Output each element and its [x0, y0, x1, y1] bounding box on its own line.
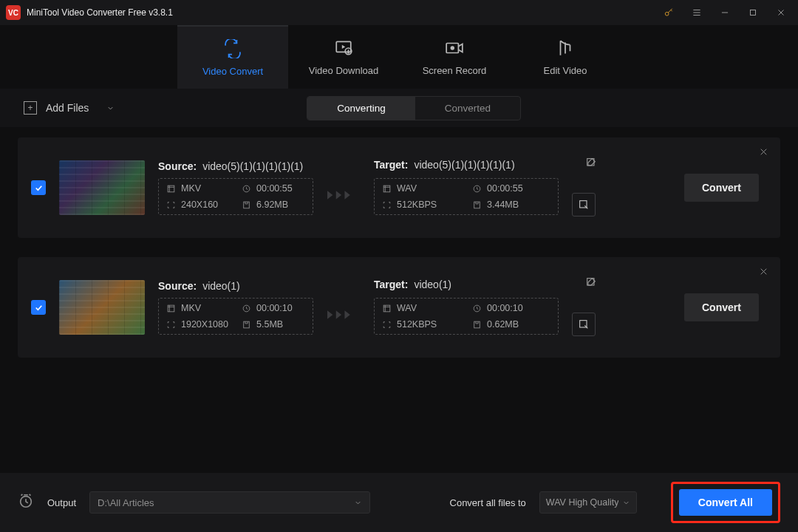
- remove-job-button[interactable]: [759, 146, 768, 160]
- source-size: 5.5MB: [256, 319, 283, 330]
- source-resolution: 1920X1080: [181, 319, 228, 330]
- tab-label: Video Download: [309, 65, 378, 76]
- target-meta-box: WAV 00:00:55 512KBPS 3.44MB: [374, 178, 559, 215]
- target-settings-button[interactable]: [572, 313, 596, 336]
- highlight-annotation: Convert All: [671, 482, 780, 523]
- format-icon: [382, 304, 392, 313]
- tab-label: Video Convert: [202, 66, 263, 77]
- target-label: Target:: [374, 279, 408, 290]
- convert-all-button[interactable]: Convert All: [679, 489, 772, 516]
- tab-label: Edit Video: [543, 65, 587, 76]
- svg-marker-21: [327, 310, 332, 319]
- target-label: Target:: [374, 159, 408, 171]
- filesize-icon: [242, 320, 251, 330]
- convert-button[interactable]: Convert: [684, 174, 759, 202]
- svg-point-6: [451, 46, 454, 50]
- resolution-icon: [166, 200, 176, 210]
- chevron-down-icon: [106, 104, 115, 112]
- svg-rect-18: [168, 305, 174, 312]
- tab-screen-record[interactable]: Screen Record: [399, 25, 510, 89]
- edit-target-icon[interactable]: [585, 276, 597, 288]
- footer-bar: Output D:\All Articles Convert all files…: [0, 473, 798, 532]
- secondary-toolbar: + Add Files Converting Converted: [0, 89, 798, 127]
- convert-button[interactable]: Convert: [684, 293, 759, 321]
- add-files-button[interactable]: + Add Files: [24, 101, 115, 115]
- chevron-down-icon: [622, 499, 630, 507]
- record-icon: [445, 38, 464, 58]
- target-size: 0.62MB: [487, 319, 519, 330]
- output-path-dropdown[interactable]: D:\All Articles: [89, 491, 370, 514]
- convert-icon: [223, 39, 242, 58]
- target-format: WAV: [397, 183, 417, 194]
- format-icon: [382, 184, 392, 194]
- format-icon: [166, 304, 176, 313]
- svg-marker-10: [327, 191, 332, 200]
- plus-icon: +: [24, 101, 37, 115]
- svg-marker-12: [344, 191, 349, 200]
- svg-rect-7: [168, 185, 174, 192]
- job-checkbox[interactable]: [31, 180, 46, 195]
- target-duration: 00:00:55: [487, 183, 523, 194]
- download-icon: [334, 38, 353, 58]
- tab-edit-video[interactable]: Edit Video: [510, 25, 621, 89]
- preset-value: WAV High Quality: [546, 497, 619, 508]
- main-nav-tabs: Video Convert Video Download Screen Reco…: [0, 25, 798, 89]
- resolution-icon: [166, 320, 176, 330]
- source-filename: video(1): [202, 280, 240, 292]
- svg-marker-3: [342, 44, 345, 48]
- clock-icon: [472, 184, 482, 194]
- close-button[interactable]: [767, 0, 795, 25]
- clock-icon: [472, 304, 482, 313]
- convert-all-label: Convert all files to: [450, 497, 526, 508]
- edit-video-icon: [556, 38, 575, 58]
- tab-converting[interactable]: Converting: [307, 97, 415, 120]
- svg-marker-23: [344, 310, 349, 319]
- app-logo-icon: VC: [6, 5, 21, 20]
- upgrade-key-icon[interactable]: [655, 0, 683, 25]
- source-size: 6.92MB: [256, 200, 288, 210]
- maximize-button[interactable]: [739, 0, 767, 25]
- clock-icon: [242, 304, 251, 313]
- source-format: MKV: [181, 303, 201, 313]
- add-files-label: Add Files: [46, 102, 89, 114]
- job-row: Source: video(5)(1)(1)(1)(1)(1) MKV 00:0…: [18, 137, 780, 238]
- resolution-icon: [382, 320, 392, 330]
- target-filename: video(1): [414, 279, 451, 290]
- job-checkbox[interactable]: [31, 300, 46, 315]
- tab-label: Screen Record: [423, 65, 487, 76]
- minimize-button[interactable]: [711, 0, 739, 25]
- source-meta-box: MKV 00:00:10 1920X1080 5.5MB: [158, 298, 313, 335]
- svg-rect-27: [474, 321, 480, 328]
- tab-video-download[interactable]: Video Download: [288, 25, 399, 89]
- output-path-value: D:\All Articles: [98, 497, 154, 508]
- tab-video-convert[interactable]: Video Convert: [177, 25, 288, 89]
- svg-rect-14: [383, 185, 390, 192]
- svg-marker-22: [336, 310, 341, 319]
- svg-rect-16: [474, 202, 480, 208]
- tab-converted[interactable]: Converted: [415, 97, 520, 120]
- remove-job-button[interactable]: [759, 266, 768, 279]
- arrow-icon: [327, 306, 361, 324]
- video-thumbnail[interactable]: [59, 280, 145, 335]
- arrow-icon: [327, 186, 361, 204]
- status-segmented-control: Converting Converted: [307, 96, 521, 120]
- format-preset-dropdown[interactable]: WAV High Quality: [539, 491, 637, 514]
- svg-marker-11: [336, 191, 341, 200]
- video-thumbnail[interactable]: [59, 160, 145, 215]
- svg-rect-9: [244, 202, 250, 208]
- menu-icon[interactable]: [683, 0, 711, 25]
- target-meta-box: WAV 00:00:10 512KBPS 0.62MB: [374, 298, 559, 335]
- job-row: Source: video(1) MKV 00:00:10 1920X1080 …: [18, 257, 780, 358]
- schedule-icon[interactable]: [18, 493, 34, 512]
- source-label: Source:: [158, 160, 197, 172]
- svg-point-0: [665, 12, 669, 16]
- target-filename: video(5)(1)(1)(1)(1)(1): [414, 159, 514, 171]
- edit-target-icon[interactable]: [585, 157, 597, 168]
- target-settings-button[interactable]: [572, 193, 596, 216]
- filesize-icon: [242, 200, 251, 210]
- source-resolution: 240X160: [181, 200, 218, 210]
- format-icon: [166, 184, 176, 194]
- target-bitrate: 512KBPS: [397, 200, 437, 210]
- job-list: Source: video(5)(1)(1)(1)(1)(1) MKV 00:0…: [0, 127, 798, 368]
- app-title: MiniTool Video Converter Free v3.8.1: [27, 7, 173, 18]
